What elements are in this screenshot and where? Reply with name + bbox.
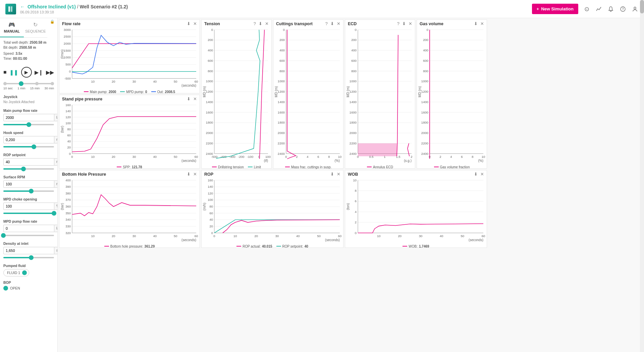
svg-text:0: 0 xyxy=(211,28,213,32)
bell-icon[interactable] xyxy=(607,5,614,13)
chart-cuttings-transport: Cuttings transport?⬇ ✕ 02004006008001000… xyxy=(273,19,343,169)
svg-text:1600: 1600 xyxy=(350,111,357,114)
surface_rpm-input[interactable] xyxy=(3,180,54,188)
svg-text:4: 4 xyxy=(355,210,357,214)
svg-text:MD (m): MD (m) xyxy=(418,86,422,97)
tab-manual[interactable]: 🎮 MANUAL xyxy=(0,18,24,37)
download-icon[interactable]: ⬇ xyxy=(474,21,478,26)
chart-title: Bottom Hole Pressure xyxy=(62,172,184,177)
app-logo[interactable] xyxy=(5,4,16,14)
play-button[interactable]: ▶ xyxy=(21,67,32,78)
svg-text:(seconds): (seconds) xyxy=(469,238,483,242)
speed-slider[interactable]: 10 sec 1 min 15 min 30 min xyxy=(0,80,57,93)
svg-point-4 xyxy=(634,7,636,9)
breadcrumb-current: Well Scenario #2 (1.2) xyxy=(79,4,128,9)
svg-text:30: 30 xyxy=(419,234,423,238)
speed-mark-15min[interactable] xyxy=(35,82,39,85)
svg-text:20: 20 xyxy=(112,234,115,238)
download-icon[interactable]: ⬇ xyxy=(259,21,262,26)
svg-text:80: 80 xyxy=(209,205,213,208)
svg-text:2: 2 xyxy=(355,220,357,224)
mpd_pump-slider[interactable] xyxy=(3,235,54,236)
mpd_choke-slider[interactable] xyxy=(3,213,54,214)
close-icon[interactable]: ✕ xyxy=(480,21,484,26)
help-icon[interactable]: ? xyxy=(325,21,328,26)
main_pump-input[interactable] xyxy=(3,114,54,121)
download-icon[interactable]: ⬇ xyxy=(330,21,334,26)
download-icon[interactable]: ⬇ xyxy=(330,172,334,177)
svg-text:2400: 2400 xyxy=(278,152,285,156)
download-icon[interactable]: ⬇ xyxy=(187,172,191,177)
chart-title: WOB xyxy=(348,172,471,177)
hook_speed-slider[interactable] xyxy=(3,146,54,147)
svg-text:(bar): (bar) xyxy=(60,203,64,210)
rop_setpoint-slider[interactable] xyxy=(3,168,54,170)
hook_speed-input[interactable] xyxy=(3,136,54,143)
speed-mark-30min[interactable] xyxy=(51,82,54,85)
help-icon[interactable]: ? xyxy=(397,21,399,26)
breadcrumb-parent-link[interactable]: Offshore Inclined (v1) xyxy=(28,4,76,9)
pumped-fluid-pill[interactable]: FLUID 1 xyxy=(3,269,29,276)
pause-button[interactable]: ❚❚ xyxy=(9,69,18,76)
tab-sequence[interactable]: ↻ SEQUENCE xyxy=(24,18,48,37)
svg-text:600: 600 xyxy=(423,59,428,62)
svg-text:50: 50 xyxy=(174,234,177,238)
speed-mark-1min[interactable] xyxy=(19,81,23,86)
chart-gas-volume: Gas volume⬇ ✕ 02004006008001000120014001… xyxy=(417,19,487,169)
main_pump-slider[interactable] xyxy=(3,124,54,125)
svg-text:600: 600 xyxy=(208,59,213,62)
close-icon[interactable]: ✕ xyxy=(193,96,197,101)
surface_rpm-slider[interactable] xyxy=(3,190,54,192)
close-icon[interactable]: ✕ xyxy=(193,21,197,26)
density-slider[interactable] xyxy=(3,257,54,258)
manual-icon: 🎮 xyxy=(1,21,22,28)
svg-text:(seconds): (seconds) xyxy=(181,238,196,242)
density-input[interactable] xyxy=(3,247,54,254)
close-icon[interactable]: ✕ xyxy=(193,172,197,177)
chart-legend: Annulus ECD xyxy=(345,164,415,170)
svg-text:800: 800 xyxy=(423,69,428,73)
svg-text:30: 30 xyxy=(132,155,136,159)
close-icon[interactable]: ✕ xyxy=(337,21,340,26)
density-label: Density at inlet xyxy=(3,241,54,246)
fast-forward-button[interactable]: ▶▶ xyxy=(46,69,54,76)
svg-text:1600: 1600 xyxy=(206,111,213,114)
back-arrow-icon[interactable]: ← xyxy=(20,4,25,9)
step-forward-button[interactable]: ▶❙ xyxy=(35,69,43,76)
speed-mark-10sec[interactable] xyxy=(3,82,7,85)
bop-toggle[interactable]: OPEN xyxy=(3,286,20,291)
svg-rect-1 xyxy=(11,6,12,12)
svg-text:140: 140 xyxy=(208,185,213,188)
close-icon[interactable]: ✕ xyxy=(337,172,340,177)
user-icon[interactable] xyxy=(631,5,639,13)
close-icon[interactable]: ✕ xyxy=(265,21,269,26)
rop_setpoint-input[interactable] xyxy=(3,158,54,166)
download-icon[interactable]: ⬇ xyxy=(474,172,478,177)
download-icon[interactable]: ⬇ xyxy=(187,96,191,101)
close-icon[interactable]: ✕ xyxy=(480,172,484,177)
svg-text:10: 10 xyxy=(377,234,381,238)
svg-text:2400: 2400 xyxy=(350,152,357,156)
breadcrumb-timestamp: 06.09.2018 13:39:18 xyxy=(20,10,532,14)
svg-text:1800: 1800 xyxy=(421,121,428,124)
scrollbar[interactable] xyxy=(640,0,644,352)
chart-icon[interactable] xyxy=(595,5,602,13)
close-icon[interactable]: ✕ xyxy=(409,21,412,26)
help-icon[interactable]: ? xyxy=(619,5,627,13)
lock-icon[interactable]: 🔒 xyxy=(47,18,57,25)
new-simulation-label: New Simulation xyxy=(541,6,574,11)
svg-text:2000: 2000 xyxy=(64,42,71,45)
svg-text:1400: 1400 xyxy=(350,100,357,104)
stop-button[interactable]: ■ xyxy=(3,69,7,75)
mpd_pump-input[interactable] xyxy=(3,225,54,232)
help-icon[interactable]: ? xyxy=(254,21,256,26)
new-simulation-button[interactable]: + New Simulation xyxy=(532,4,578,14)
svg-text:0: 0 xyxy=(69,152,71,156)
download-icon[interactable]: ⬇ xyxy=(187,21,191,26)
download-icon[interactable]: ⬇ xyxy=(402,21,406,26)
mpd_choke-input[interactable] xyxy=(3,203,54,210)
more-icon[interactable]: ⊙ xyxy=(583,5,590,13)
svg-text:1600: 1600 xyxy=(421,111,428,114)
density-unit: s.g. xyxy=(54,247,58,254)
svg-text:1800: 1800 xyxy=(350,121,357,124)
